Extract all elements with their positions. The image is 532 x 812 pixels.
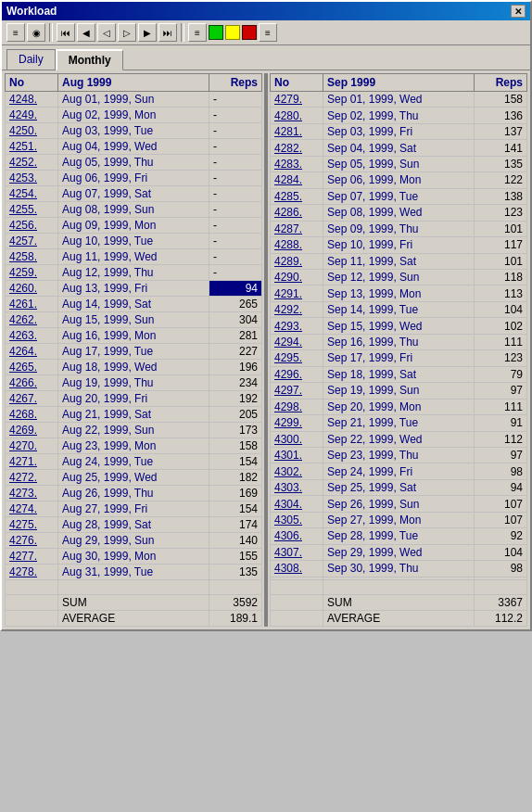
no-cell[interactable]: 4307. [271, 544, 323, 560]
no-cell[interactable]: 4308. [271, 561, 323, 577]
date-cell: Aug 14, 1999, Sat [58, 297, 209, 312]
no-cell[interactable]: 4254. [6, 186, 58, 202]
date-cell: Sep 21, 1999, Tue [323, 415, 475, 431]
no-cell[interactable]: 4287. [271, 221, 323, 236]
toolbar-btn-red[interactable] [242, 25, 257, 40]
no-cell[interactable]: 4286. [271, 205, 323, 221]
date-cell: Aug 25, 1999, Wed [58, 470, 209, 486]
no-cell[interactable]: 4265. [6, 360, 58, 375]
no-cell[interactable]: 4269. [6, 423, 58, 438]
no-cell[interactable]: 4248. [6, 92, 58, 108]
no-cell[interactable]: 4250. [6, 123, 58, 139]
no-cell[interactable]: 4274. [6, 501, 58, 517]
no-cell[interactable]: 4294. [271, 334, 323, 349]
no-cell[interactable]: 4285. [271, 188, 323, 204]
no-cell[interactable]: 4283. [271, 156, 323, 171]
reps-cell: 155 [209, 549, 261, 565]
toolbar-btn-back[interactable]: ◁ [97, 23, 116, 42]
no-cell[interactable]: 4277. [6, 549, 58, 565]
date-cell: Aug 23, 1999, Mon [58, 438, 209, 454]
no-cell[interactable]: 4267. [6, 391, 58, 407]
no-cell[interactable]: 4301. [271, 447, 323, 463]
no-cell[interactable]: 4249. [6, 108, 58, 123]
no-cell[interactable]: 4304. [271, 496, 323, 512]
reps-cell: 138 [474, 188, 526, 204]
no-cell[interactable]: 4260. [6, 281, 58, 297]
toolbar-btn-first[interactable]: ⏮ [57, 23, 75, 42]
no-cell[interactable]: 4271. [6, 454, 58, 470]
no-cell[interactable]: 4306. [271, 528, 323, 544]
no-cell[interactable]: 4257. [6, 234, 58, 249]
no-cell[interactable]: 4302. [271, 463, 323, 479]
no-cell[interactable]: 4303. [271, 479, 323, 495]
table-row: 4276.Aug 29, 1999, Sun140 [6, 533, 262, 549]
reps-cell: 196 [209, 360, 261, 375]
tab-monthly[interactable]: Monthly [56, 49, 123, 70]
toolbar-btn-green[interactable] [209, 25, 223, 40]
no-cell[interactable]: 4276. [6, 533, 58, 549]
no-cell[interactable]: 4251. [6, 139, 58, 155]
no-cell[interactable]: 4289. [271, 253, 323, 269]
no-cell[interactable]: 4282. [271, 140, 323, 156]
table-row: 4290.Sep 12, 1999, Sun118 [271, 269, 527, 285]
no-cell[interactable]: 4292. [271, 301, 323, 317]
no-cell[interactable]: 4255. [6, 202, 58, 218]
toolbar-btn-last[interactable]: ⏭ [158, 23, 177, 42]
no-cell[interactable]: 4284. [271, 172, 323, 188]
no-cell[interactable]: 4253. [6, 171, 58, 186]
no-cell[interactable]: 4278. [6, 565, 58, 580]
no-cell[interactable]: 4300. [271, 431, 323, 447]
no-cell[interactable]: 4275. [6, 517, 58, 533]
no-cell[interactable]: 4279. [271, 92, 323, 108]
reps-cell: 113 [474, 285, 526, 301]
reps-cell: 97 [474, 383, 526, 399]
no-cell[interactable]: 4288. [271, 237, 323, 253]
no-cell[interactable]: 4270. [6, 438, 58, 454]
no-cell[interactable]: 4298. [271, 399, 323, 414]
no-cell[interactable]: 4264. [6, 344, 58, 360]
sep-avg-row: AVERAGE 112.2 [271, 611, 527, 627]
reps-cell: - [209, 218, 261, 234]
reps-cell: 101 [474, 253, 526, 269]
toolbar-btn-prev[interactable]: ◀ [77, 23, 95, 42]
reps-cell: 281 [209, 328, 261, 344]
no-cell[interactable]: 4261. [6, 297, 58, 312]
no-cell[interactable]: 4258. [6, 249, 58, 265]
no-cell[interactable]: 4273. [6, 486, 58, 501]
no-cell[interactable]: 4293. [271, 318, 323, 334]
toolbar-btn-menu[interactable]: ≡ [6, 23, 25, 42]
reps-cell: 135 [209, 565, 261, 580]
toolbar-btn-yellow[interactable] [225, 25, 240, 40]
no-cell[interactable]: 4263. [6, 328, 58, 344]
no-cell[interactable]: 4256. [6, 218, 58, 234]
no-cell[interactable]: 4262. [6, 312, 58, 328]
no-cell[interactable]: 4268. [6, 407, 58, 423]
close-button[interactable]: ✕ [511, 5, 526, 18]
toolbar-btn-next[interactable]: ▶ [138, 23, 157, 42]
toolbar: ≡ ◉ ⏮ ◀ ◁ ▷ ▶ ⏭ ≡ ≡ [2, 20, 530, 45]
no-cell[interactable]: 4281. [271, 123, 323, 139]
no-cell[interactable]: 4305. [271, 512, 323, 527]
no-cell[interactable]: 4299. [271, 415, 323, 431]
toolbar-btn-view[interactable]: ◉ [27, 23, 45, 42]
toolbar-btn-forward[interactable]: ▷ [118, 23, 136, 42]
no-cell[interactable]: 4252. [6, 155, 58, 171]
no-cell[interactable]: 4259. [6, 265, 58, 281]
toolbar-btn-filter[interactable]: ≡ [259, 23, 277, 42]
toolbar-btn-list[interactable]: ≡ [188, 23, 207, 42]
no-cell[interactable]: 4280. [271, 108, 323, 123]
no-cell[interactable]: 4291. [271, 285, 323, 301]
no-cell[interactable]: 4295. [271, 350, 323, 366]
sep-avg-label: AVERAGE [323, 611, 475, 627]
date-cell: Aug 01, 1999, Sun [58, 92, 209, 108]
no-cell[interactable]: 4272. [6, 470, 58, 486]
table-row: 4282.Sep 04, 1999, Sat141 [271, 140, 527, 156]
date-cell: Sep 02, 1999, Thu [323, 108, 475, 123]
no-cell[interactable]: 4297. [271, 383, 323, 399]
no-cell[interactable]: 4266. [6, 375, 58, 391]
no-cell[interactable]: 4296. [271, 366, 323, 382]
no-cell[interactable]: 4290. [271, 269, 323, 285]
table-row: 4285.Sep 07, 1999, Tue138 [271, 188, 527, 204]
tab-daily[interactable]: Daily [6, 49, 56, 70]
table-row: 4251.Aug 04, 1999, Wed- [6, 139, 262, 155]
